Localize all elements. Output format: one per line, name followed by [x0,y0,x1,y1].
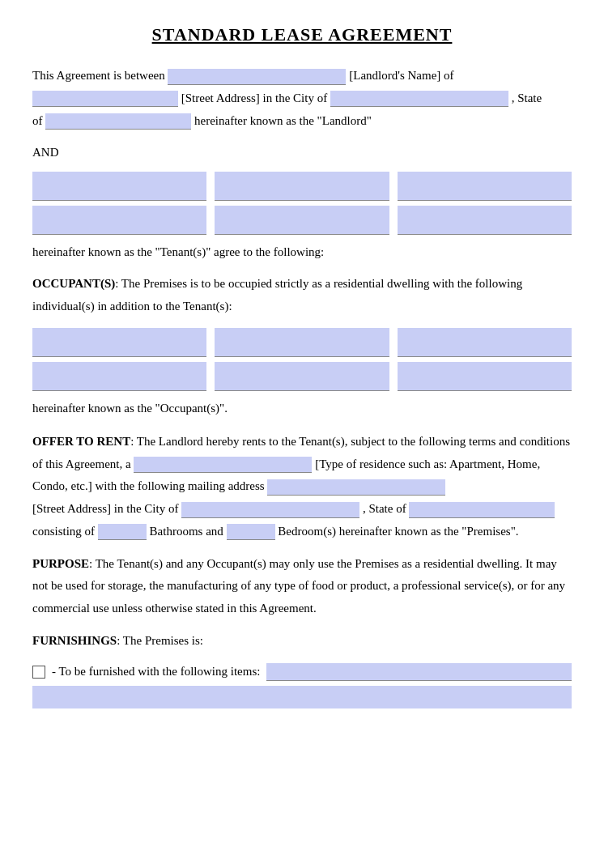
furnishings-section: FURNISHINGS: The Premises is: [32,630,572,652]
intro-line1-pre: This Agreement is between [32,69,165,82]
occupants-section: OCCUPANT(S): The Premises is to be occup… [32,273,572,318]
tenant-field-4[interactable] [32,206,206,235]
offer-text7: Bedroom(s) hereinafter known as the "Pre… [278,525,518,538]
occupants-post-text: hereinafter known as the "Occupant(s)". [32,398,572,419]
occupant-field-3[interactable] [398,328,572,357]
landlord-street-field[interactable] [32,91,178,107]
occupant-field-6[interactable] [398,362,572,391]
state-field[interactable] [409,502,555,518]
offer-text4: , State of [363,502,406,515]
occupant-fields-grid [32,328,572,391]
tenant-field-1[interactable] [32,172,206,201]
bedrooms-field[interactable] [227,524,275,540]
landlord-state-field[interactable] [45,113,191,130]
offer-to-rent-section: OFFER TO RENT: The Landlord hereby rents… [32,431,572,543]
purpose-section: PURPOSE: The Tenant(s) and any Occupant(… [32,553,572,620]
furnishings-text: : The Premises is: [117,634,203,647]
landlord-city-field[interactable] [330,91,508,107]
intro-section: This Agreement is between [Landlord's Na… [32,65,572,132]
intro-line3-pre: of [32,114,43,127]
furnish-checkbox[interactable] [32,666,45,679]
offer-text5: consisting of [32,525,95,538]
city-field[interactable] [181,502,359,518]
tenants-agree-text: hereinafter known as the "Tenant(s)" agr… [32,241,572,263]
occupants-label: OCCUPANT(S) [32,277,115,290]
purpose-label: PURPOSE [32,557,89,570]
occupant-field-1[interactable] [32,328,206,357]
purpose-text: : The Tenant(s) and any Occupant(s) may … [32,557,565,615]
occupant-field-5[interactable] [215,362,389,391]
intro-line2-post: , State [512,91,542,104]
tenant-fields-grid [32,172,572,235]
tenant-field-5[interactable] [215,206,389,235]
furnish-items-field-row2[interactable] [32,686,572,708]
tenant-field-6[interactable] [398,206,572,235]
furnishings-label: FURNISHINGS [32,634,117,647]
furnish-checkbox-label: - To be furnished with the following ite… [52,665,260,679]
intro-line1-post: [Landlord's Name] of [349,69,453,82]
and-label: AND [32,142,572,164]
occupant-field-4[interactable] [32,362,206,391]
tenant-field-2[interactable] [215,172,389,201]
tenant-field-3[interactable] [398,172,572,201]
occupant-field-2[interactable] [215,328,389,357]
offer-text3: [Street Address] in the City of [32,502,178,515]
offer-text6: Bathrooms and [150,525,223,538]
intro-line3-post: hereinafter known as the "Landlord" [194,114,372,127]
residence-type-field[interactable] [134,457,312,473]
landlord-name-field[interactable] [168,69,346,85]
intro-line2-mid: [Street Address] in the City of [181,91,327,104]
furnish-checkbox-row: - To be furnished with the following ite… [32,663,572,681]
furnish-items-field[interactable] [266,663,572,681]
offer-label: OFFER TO RENT [32,435,130,448]
page-title: STANDARD LEASE AGREEMENT [32,24,572,45]
mailing-address-field[interactable] [267,479,445,496]
bathrooms-field[interactable] [98,524,147,540]
